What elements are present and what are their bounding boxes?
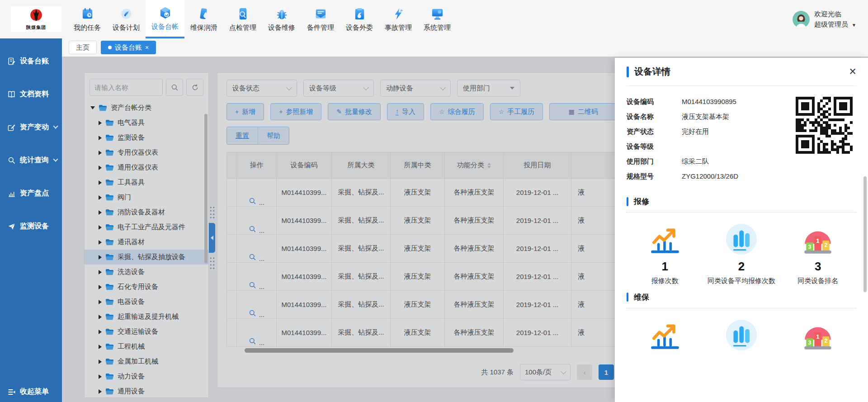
more-actions[interactable]: ...	[259, 199, 265, 206]
dotted-divider	[627, 308, 856, 308]
top-nav-item[interactable]: 我的任务	[68, 0, 107, 38]
caret-right-icon	[99, 225, 102, 230]
cell-mid-class: 液压支架	[391, 263, 445, 290]
top-nav-item[interactable]: 设备外委	[340, 0, 379, 38]
page-tab[interactable]: 主页 ×	[69, 41, 97, 54]
tree-node-label: 石化专用设备	[118, 283, 158, 291]
toolbar-button[interactable]: ☆ 手工履历	[490, 103, 543, 120]
toolbar-button[interactable]: ↑ 导入	[387, 103, 424, 120]
category-tree-panel: 资产台帐分类 电气器具 监测设备	[84, 72, 209, 398]
top-nav-item[interactable]: 设备维修	[262, 0, 301, 38]
sidebar-item[interactable]: 设备台账	[0, 52, 62, 70]
drawer-scrollbar[interactable]	[863, 176, 867, 292]
view-magnifier-icon[interactable]	[249, 337, 256, 346]
stat-value: 3	[815, 260, 821, 274]
prev-page-button[interactable]: ‹	[577, 364, 592, 380]
current-page-button[interactable]: 1	[599, 364, 614, 380]
top-nav-label: 设备台帐	[151, 23, 179, 31]
tree-node[interactable]: 通用仪器仪表	[85, 160, 208, 175]
top-nav-item[interactable]: 点检管理	[223, 0, 262, 38]
top-nav-item[interactable]: 设备计划	[107, 0, 146, 38]
tree-node[interactable]: 动力设备	[85, 369, 208, 384]
more-actions[interactable]: ...	[259, 311, 265, 318]
cell-mid-class: 液压支架	[391, 207, 445, 234]
toolbar-button[interactable]: ✎ 批量修改	[328, 103, 381, 120]
tree-node[interactable]: 金属加工机械	[85, 354, 208, 369]
sidebar-item[interactable]: 文档资料	[0, 85, 62, 103]
top-nav-item[interactable]: 维保润滑	[184, 0, 223, 38]
tree-node[interactable]: 阀门	[85, 190, 208, 205]
tree-node[interactable]: 电气器具	[85, 115, 208, 130]
top-nav-label: 维保润滑	[190, 24, 217, 32]
tree-node[interactable]: 监测设备	[85, 130, 208, 145]
more-actions[interactable]: ...	[259, 339, 265, 346]
sidebar-item[interactable]: 监测设备	[0, 217, 62, 235]
top-nav-item[interactable]: 设备台帐	[146, 0, 184, 38]
tree-node[interactable]: 起重输送及提升机械	[85, 309, 208, 324]
top-nav-item[interactable]: 事故管理	[379, 0, 418, 38]
tree-node[interactable]: 工程机械	[85, 339, 208, 354]
button-label: 二维码	[578, 108, 598, 116]
hscroll-thumb[interactable]	[245, 348, 514, 353]
top-nav: 我的任务 设备计划 设备台帐 维保润滑	[68, 0, 457, 38]
sidebar-item[interactable]: 统计查询	[0, 151, 62, 169]
tab-bar: 主页 × 设备台账 ×	[62, 38, 868, 57]
more-actions[interactable]: ...	[259, 283, 265, 290]
tree-node[interactable]: 电器设备	[85, 294, 208, 309]
svg-text:1: 1	[816, 333, 820, 340]
more-actions[interactable]: ...	[259, 255, 265, 262]
button-icon: +	[235, 109, 239, 115]
page-size-select[interactable]: 100条/页	[520, 364, 571, 380]
toolbar-button[interactable]: + 新增	[226, 103, 264, 120]
toolbar-button[interactable]: + 参照新增	[270, 103, 321, 120]
close-icon[interactable]: ×	[849, 66, 856, 78]
filter-select[interactable]: 设备等级	[303, 80, 374, 97]
tree-node[interactable]: 电子工业产品及元器件	[85, 220, 208, 235]
help-button[interactable]: 帮助	[258, 127, 289, 144]
tree-node-label: 专用仪器仪表	[118, 148, 158, 157]
caret-right-icon	[99, 121, 102, 125]
tree-node[interactable]: 消防设备及器材	[85, 205, 208, 220]
top-nav-item[interactable]: 系统管理	[418, 0, 457, 38]
reset-button[interactable]: 重置	[227, 127, 258, 144]
sidebar-item[interactable]: 资产盘点	[0, 184, 62, 202]
tree-node-label: 通用仪器仪表	[118, 163, 158, 172]
filter-select[interactable]: 动静设备	[380, 80, 451, 97]
tree-node-label: 消防设备及器材	[118, 208, 165, 217]
top-nav-item[interactable]: 备件管理	[301, 0, 340, 38]
tree-node[interactable]: 通讯器材	[85, 235, 208, 250]
view-magnifier-icon[interactable]	[249, 197, 256, 206]
tree-node[interactable]: 交通运输设备	[85, 324, 208, 339]
collapse-tree-button[interactable]	[209, 223, 215, 253]
refresh-button[interactable]	[186, 79, 203, 96]
view-magnifier-icon[interactable]	[249, 225, 256, 234]
more-actions[interactable]: ...	[259, 227, 265, 234]
tree-node[interactable]: 洗选设备	[85, 265, 208, 279]
qr-code	[796, 97, 853, 154]
tree-node[interactable]: 采掘、钻探及抽放设备	[85, 250, 208, 265]
collapse-menu-button[interactable]: 收起菜单	[7, 387, 49, 397]
tree-node[interactable]: 石化专用设备	[85, 279, 208, 294]
tree-root-node[interactable]: 资产台帐分类	[85, 100, 208, 115]
view-magnifier-icon[interactable]	[249, 281, 256, 290]
filter-select[interactable]: 设备状态	[226, 80, 297, 97]
view-magnifier-icon[interactable]	[249, 309, 256, 318]
tree-scrollbar[interactable]	[204, 114, 208, 263]
toolbar-button[interactable]: ▦ 二维码	[549, 103, 617, 120]
panel-splitter[interactable]	[209, 206, 215, 270]
search-button[interactable]	[166, 79, 183, 96]
tree-node[interactable]: 工具器具	[85, 175, 208, 190]
tree-search-input[interactable]	[90, 79, 163, 96]
sort-icon[interactable]	[487, 163, 491, 168]
filter-select[interactable]: 使用部门	[457, 80, 520, 97]
sidebar-item[interactable]: 资产变动	[0, 118, 62, 136]
tree-node[interactable]: 通用设备	[85, 384, 208, 397]
view-magnifier-icon[interactable]	[249, 253, 256, 262]
user-menu[interactable]: 欢迎光临 超级管理员 ▼	[793, 0, 856, 38]
detail-field: 使用部门 综采二队	[627, 157, 856, 166]
toolbar-button[interactable]: ☆ 综合履历	[430, 103, 484, 120]
tree-node[interactable]: 专用仪器仪表	[85, 145, 208, 160]
col-header[interactable]: 功能分类	[445, 152, 504, 178]
close-icon[interactable]: ×	[145, 44, 149, 51]
page-tab[interactable]: 设备台账 ×	[101, 41, 156, 54]
